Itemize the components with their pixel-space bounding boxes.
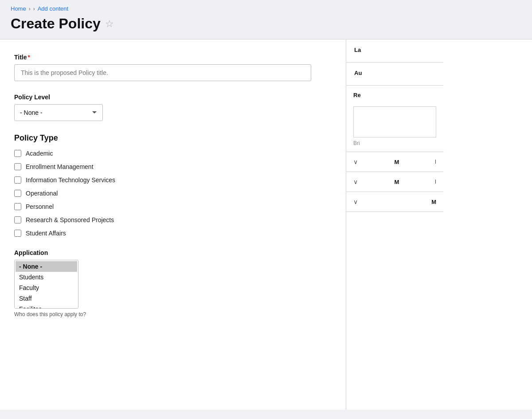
breadcrumb-sep2: › (33, 6, 35, 12)
policy-type-group: Policy Type Academic Enrollment Manageme… (14, 133, 332, 237)
chevron-down-icon-3: ∨ (353, 198, 358, 205)
checkbox-item-its: Information Technology Services (14, 176, 332, 184)
sidebar-section-3: ∨ M (346, 192, 443, 212)
checkbox-personnel-label[interactable]: Personnel (26, 203, 54, 210)
title-input[interactable] (14, 64, 311, 81)
sidebar-required-field[interactable] (353, 106, 436, 137)
sidebar-section2-sub: I (435, 179, 436, 185)
chevron-down-icon-1: ∨ (353, 158, 358, 165)
title-field-group: Title* (14, 54, 332, 81)
policy-level-select[interactable]: - None - (14, 104, 103, 121)
breadcrumb-home[interactable]: Home (11, 5, 26, 12)
sidebar-section1-sub: I (435, 159, 436, 165)
page-title-container: Create Policy ☆ (11, 16, 521, 32)
sidebar-re-content: Bri (346, 105, 443, 152)
application-listbox[interactable]: - None - Students Faculty Staff Facilite… (14, 260, 78, 309)
sidebar-section3-header[interactable]: ∨ M (346, 192, 443, 211)
page-title: Create Policy (11, 16, 101, 32)
checkbox-research[interactable] (14, 216, 21, 223)
checkbox-academic-label[interactable]: Academic (26, 150, 53, 157)
favorite-star-icon[interactable]: ☆ (105, 18, 114, 30)
application-label: Application (14, 249, 332, 256)
checkbox-its-label[interactable]: Information Technology Services (26, 176, 115, 184)
sidebar-top-la: La (346, 39, 443, 63)
checkbox-enrollment[interactable] (14, 163, 21, 170)
sidebar-la-label: La (354, 47, 435, 53)
application-group: Application - None - Students Faculty St… (14, 249, 332, 317)
content-wrapper: Title* Policy Level - None - Policy Type… (0, 39, 532, 410)
main-form: Title* Policy Level - None - Policy Type… (0, 39, 346, 410)
checkbox-item-personnel: Personnel (14, 203, 332, 210)
breadcrumb: Home › › Add content (11, 5, 521, 12)
sidebar-section3-title: M (431, 199, 436, 205)
checkbox-operational[interactable] (14, 190, 21, 197)
title-label: Title* (14, 54, 332, 61)
sidebar-section1-header[interactable]: ∨ M I (346, 152, 443, 172)
checkbox-operational-label[interactable]: Operational (26, 190, 58, 197)
breadcrumb-add-content[interactable]: Add content (38, 5, 68, 12)
checkbox-research-label[interactable]: Research & Sponsored Projects (26, 216, 114, 223)
sidebar-section-2: ∨ M I (346, 172, 443, 192)
app-option-faculty[interactable]: Faculty (16, 282, 77, 293)
checkbox-item-student: Student Affairs (14, 230, 332, 237)
app-option-students[interactable]: Students (16, 272, 77, 282)
breadcrumb-sep1: › (29, 6, 31, 12)
sidebar-bri-hint: Bri (353, 140, 436, 146)
sidebar-top-au: Au (346, 63, 443, 86)
checkbox-academic[interactable] (14, 150, 21, 157)
checkbox-student-label[interactable]: Student Affairs (26, 230, 66, 237)
policy-type-checkboxes: Academic Enrollment Management Informati… (14, 150, 332, 237)
policy-level-label: Policy Level (14, 94, 332, 101)
checkbox-student[interactable] (14, 230, 21, 237)
chevron-down-icon-2: ∨ (353, 178, 358, 185)
sidebar-section1-title: M (394, 159, 399, 165)
sidebar-au-label: Au (354, 70, 435, 76)
sidebar-re-title: Re (353, 92, 361, 98)
app-option-facilities[interactable]: Facilites (16, 304, 77, 309)
sidebar-re-header: Re (346, 86, 443, 105)
app-option-staff[interactable]: Staff (16, 293, 77, 304)
checkbox-its[interactable] (14, 176, 21, 184)
sidebar-section-re: Re Bri (346, 86, 443, 152)
sidebar-section2-title: M (394, 179, 399, 185)
right-sidebar: La Au Re Bri ∨ M I ∨ M I (346, 39, 443, 410)
checkbox-item-operational: Operational (14, 190, 332, 197)
required-star: * (28, 54, 30, 61)
checkbox-enrollment-label[interactable]: Enrollment Management (26, 163, 94, 170)
page-header: Home › › Add content Create Policy ☆ (0, 0, 532, 39)
sidebar-section2-header[interactable]: ∨ M I (346, 172, 443, 192)
checkbox-personnel[interactable] (14, 203, 21, 210)
checkbox-item-academic: Academic (14, 150, 332, 157)
policy-type-label: Policy Type (14, 133, 332, 143)
policy-level-group: Policy Level - None - (14, 94, 332, 121)
app-option-none[interactable]: - None - (16, 261, 77, 272)
checkbox-item-enrollment: Enrollment Management (14, 163, 332, 170)
checkbox-item-research: Research & Sponsored Projects (14, 216, 332, 223)
sidebar-section-1: ∨ M I (346, 152, 443, 172)
application-hint: Who does this policy apply to? (14, 311, 332, 317)
